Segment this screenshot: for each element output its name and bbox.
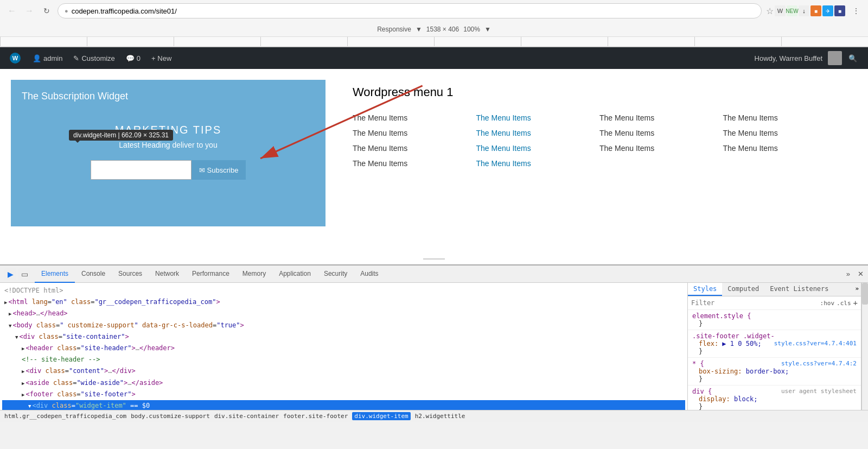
- html-header[interactable]: <header class="site-header">…</header>: [2, 343, 685, 354]
- css-link-star[interactable]: style.css?ver=4.7.4:2: [781, 360, 857, 367]
- admin-bar-item-customize[interactable]: ✎ Customize: [68, 47, 120, 69]
- breadcrumb-h2[interactable]: h2.widgettitle: [415, 413, 465, 420]
- menu-item-1[interactable]: The Menu Items: [476, 110, 600, 125]
- breadcrumb-html[interactable]: html.gr__codepen_trafficopedia_com: [4, 413, 126, 420]
- admin-bar-item-new[interactable]: + New: [146, 47, 177, 69]
- devtools-scrollbar[interactable]: [861, 283, 868, 410]
- css-link-div: user agent stylesheet: [781, 388, 857, 395]
- css-link-sitefooter[interactable]: style.css?ver=4.7.4:401: [774, 340, 857, 347]
- css-selector-element: element.style {: [692, 312, 857, 320]
- menu-item-4[interactable]: The Menu Items: [353, 125, 476, 141]
- html-widget-item-selected[interactable]: <div class="widget-item" == $0: [2, 400, 685, 410]
- devtools-elements: <!DOCTYPE html> <html lang="en" class="g…: [0, 283, 688, 410]
- menu-item-12[interactable]: The Menu Items: [353, 156, 476, 171]
- menu-item-0[interactable]: The Menu Items: [353, 110, 476, 125]
- lock-icon: ●: [65, 8, 68, 14]
- admin-bar-item-comments[interactable]: 💬 0: [120, 47, 146, 69]
- css-rule-element: element.style { }: [688, 310, 861, 330]
- add-style-btn[interactable]: +: [853, 299, 858, 307]
- styles-filter-input[interactable]: [691, 299, 818, 307]
- device-icon[interactable]: ▭: [18, 268, 30, 280]
- css-rule-div: div { user agent stylesheet display: blo…: [688, 385, 861, 410]
- wp-logo[interactable]: W: [7, 49, 24, 67]
- cls-filter-btn[interactable]: .cls: [837, 300, 851, 307]
- tab-network[interactable]: Network: [149, 265, 186, 283]
- menu-button[interactable]: ⋮: [850, 4, 863, 17]
- wp-logo-inner: W: [10, 53, 21, 64]
- tab-sources[interactable]: Sources: [112, 265, 149, 283]
- widget-item: The Subscription Widget MARKETING TIPS L…: [11, 80, 326, 226]
- more-tabs-icon[interactable]: »: [846, 270, 850, 278]
- inspect-icon[interactable]: ▶: [4, 268, 16, 280]
- html-comment-header[interactable]: <!-- site-header -->: [2, 354, 685, 365]
- forward-button[interactable]: →: [23, 4, 36, 17]
- admin-bar-right: Howdy, Warren Buffet 🔍: [755, 49, 861, 67]
- tab-elements[interactable]: Elements: [35, 265, 75, 283]
- css-selector-sitefooter: .site-footer .widget- style.css?ver=4.7.…: [692, 332, 857, 340]
- html-body[interactable]: <body class=" customize-support" data-gr…: [2, 320, 685, 331]
- admin-bar-item-admin[interactable]: 👤 admin: [27, 47, 68, 69]
- menu-item-9[interactable]: The Menu Items: [476, 141, 600, 156]
- tab-application[interactable]: Application: [272, 265, 317, 283]
- ruler-marks: [0, 37, 868, 46]
- menu-item-3[interactable]: The Menu Items: [723, 110, 847, 125]
- styles-tab-computed[interactable]: Computed: [722, 283, 764, 296]
- css-rule-star: * { style.css?ver=4.7.4:2 box-sizing: bo…: [688, 358, 861, 385]
- tab-performance[interactable]: Performance: [186, 265, 236, 283]
- html-site-container[interactable]: <div class="site-container">: [2, 331, 685, 343]
- email-input[interactable]: [91, 160, 192, 180]
- menu-item-13[interactable]: The Menu Items: [476, 156, 600, 171]
- html-footer[interactable]: <footer class="site-footer">: [2, 389, 685, 400]
- menu-item-10[interactable]: The Menu Items: [599, 141, 723, 156]
- css-rule-sitefooter: .site-footer .widget- style.css?ver=4.7.…: [688, 330, 861, 358]
- dev-tooltip: div.widget-item | 662.09 × 325.31: [69, 130, 173, 141]
- search-icon-wp[interactable]: 🔍: [844, 49, 861, 67]
- breadcrumb-div-container[interactable]: div.site-container: [214, 413, 279, 420]
- hover-filter-btn[interactable]: :hov: [820, 300, 835, 307]
- close-devtools-icon[interactable]: ✕: [858, 270, 864, 278]
- zoom-dropdown-icon[interactable]: ▼: [484, 26, 491, 33]
- styles-more-icon[interactable]: »: [853, 283, 861, 296]
- css-selector-div: div { user agent stylesheet: [692, 388, 857, 395]
- html-content[interactable]: <div class="content">…</div>: [2, 365, 685, 377]
- breadcrumb-widget-item[interactable]: div.widget-item: [352, 412, 410, 420]
- star-icon[interactable]: ☆: [766, 6, 774, 16]
- user-avatar: [828, 51, 842, 65]
- html-doctype[interactable]: <!DOCTYPE html>: [2, 285, 685, 296]
- menu-item-5[interactable]: The Menu Items: [476, 125, 600, 141]
- styles-tab-styles[interactable]: Styles: [688, 283, 722, 296]
- css-boxsizing-prop: box-sizing: border-box;: [692, 368, 857, 375]
- breadcrumb-body[interactable]: body.customize-support: [131, 413, 210, 420]
- tab-memory[interactable]: Memory: [236, 265, 272, 283]
- page-wrapper: W 👤 admin ✎ Customize 💬 0 + New Howdy, W…: [0, 47, 868, 264]
- breadcrumb-footer[interactable]: footer.site-footer: [283, 413, 348, 420]
- devtools-styles: Styles Computed Event Listeners » :hov .…: [688, 283, 861, 410]
- zoom-display: 100%: [463, 26, 480, 33]
- menu-item-8[interactable]: The Menu Items: [353, 141, 476, 156]
- styles-tab-event[interactable]: Event Listeners: [764, 283, 834, 296]
- comments-count: 0: [137, 54, 141, 62]
- menu-item-7[interactable]: The Menu Items: [723, 125, 847, 141]
- url-input[interactable]: [72, 7, 755, 15]
- html-root[interactable]: <html lang="en" class="gr__codepen_traff…: [2, 296, 685, 308]
- site-content: The Subscription Widget MARKETING TIPS L…: [0, 69, 868, 237]
- css-display-prop: display: block;: [692, 395, 857, 403]
- menu-item-6[interactable]: The Menu Items: [599, 125, 723, 141]
- html-head[interactable]: <head>…</head>: [2, 308, 685, 319]
- scrollbar-thumb[interactable]: [862, 283, 868, 305]
- menu-item-2[interactable]: The Menu Items: [599, 110, 723, 125]
- tab-console[interactable]: Console: [75, 265, 112, 283]
- browser-toolbar: ← → ↻ ● ☆ W NEW ↓ ■ ✈ ■ ⋮: [0, 0, 868, 22]
- menu-item-11[interactable]: The Menu Items: [723, 141, 847, 156]
- subscribe-button[interactable]: ✉ Subscribe: [192, 160, 246, 180]
- responsive-bar: Responsive ▼ 1538 × 406 100% ▼: [0, 22, 868, 37]
- tab-audits[interactable]: Audits: [354, 265, 385, 283]
- ext-icon-3: ↓: [799, 5, 809, 16]
- comment-icon: 💬: [126, 54, 135, 62]
- ext-icon-2: NEW: [787, 5, 797, 16]
- back-button[interactable]: ←: [5, 4, 18, 17]
- tab-security[interactable]: Security: [317, 265, 354, 283]
- html-aside[interactable]: <aside class="wide-aside">…</aside>: [2, 377, 685, 389]
- responsive-dropdown-icon[interactable]: ▼: [416, 26, 422, 33]
- reload-button[interactable]: ↻: [40, 4, 53, 17]
